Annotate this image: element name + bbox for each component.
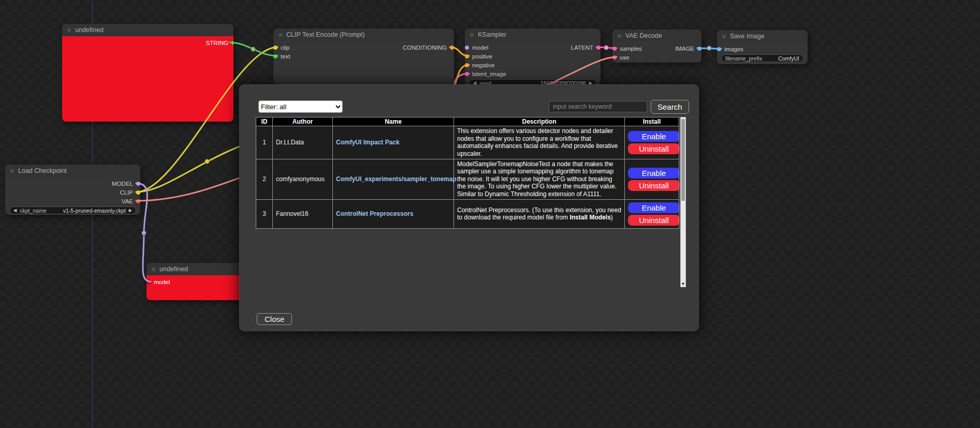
- input-label-vae: vae: [620, 54, 630, 61]
- cell-description: This extension offers various detector n…: [454, 126, 625, 159]
- collapse-dot-icon[interactable]: [278, 33, 283, 37]
- node-vae-decode[interactable]: VAE Decode samples IMAGE vae: [612, 29, 701, 63]
- input-dot-samples[interactable]: [612, 47, 617, 51]
- input-dot-negative[interactable]: [465, 63, 469, 67]
- input-label-negative: negative: [472, 62, 494, 68]
- node-load-checkpoint[interactable]: Load Checkpoint MODEL CLIP VAE: [5, 165, 140, 215]
- input-label-text: text: [281, 53, 290, 60]
- input-dot-model[interactable]: [465, 46, 469, 50]
- node-save-image[interactable]: Save Image images filename_prefix ComfyU…: [717, 30, 808, 64]
- increment-arrow-icon[interactable]: ▶: [129, 209, 132, 213]
- extension-link[interactable]: ComfyUI_experiments/sampler_tonemap: [336, 175, 457, 183]
- uninstall-button[interactable]: Uninstall: [628, 143, 680, 154]
- enable-button[interactable]: Enable: [628, 131, 680, 142]
- extension-link[interactable]: ComfyUI Impact Pack: [336, 139, 400, 146]
- extension-table: ID Author Name Description Install 1 Dr.…: [256, 117, 679, 229]
- cell-install: Enable Uninstall: [625, 126, 679, 159]
- scrollbar-thumb[interactable]: [681, 119, 685, 201]
- decrement-arrow-icon[interactable]: ◀: [13, 209, 17, 213]
- cell-description: ModelSamplerTonemapNoiseTest a node that…: [454, 159, 625, 199]
- node-title-bar[interactable]: CLIP Text Encode (Prompt): [273, 28, 454, 41]
- cell-id: 1: [256, 126, 273, 159]
- output-dot-model[interactable]: [136, 182, 140, 186]
- collapse-dot-icon[interactable]: [151, 267, 156, 272]
- collapse-dot-icon[interactable]: [67, 28, 71, 33]
- input-dot-positive[interactable]: [465, 54, 469, 58]
- output-label-vae: VAE: [122, 198, 133, 204]
- node-title-bar[interactable]: VAE Decode: [612, 29, 701, 42]
- node-title: CLIP Text Encode (Prompt): [286, 31, 365, 38]
- link-midpoint-dot: [142, 231, 147, 235]
- table-header-row: ID Author Name Description Install: [256, 117, 679, 126]
- enable-button[interactable]: Enable: [628, 168, 680, 179]
- cell-install: Enable Uninstall: [625, 199, 679, 228]
- collapse-dot-icon[interactable]: [470, 33, 474, 37]
- column-header-id: ID: [256, 117, 273, 126]
- output-label-model: MODEL: [112, 181, 133, 187]
- node-ksampler[interactable]: KSampler model LATENT positive: [465, 28, 601, 86]
- input-dot-vae[interactable]: [612, 55, 617, 60]
- column-header-description: Description: [454, 117, 625, 126]
- extension-row: 2 comfyanonymous ComfyUI_experiments/sam…: [256, 159, 679, 199]
- wire-string-to-text: [229, 42, 277, 56]
- scroll-down-arrow-icon[interactable]: ▼: [681, 281, 685, 287]
- node-title: VAE Decode: [625, 32, 662, 39]
- column-header-name: Name: [333, 117, 454, 126]
- output-dot-clip[interactable]: [136, 190, 140, 195]
- search-button[interactable]: Search: [651, 100, 689, 114]
- cell-id: 2: [256, 159, 273, 199]
- filter-select[interactable]: Filter: all: [258, 100, 343, 113]
- input-label-model: model: [154, 279, 170, 285]
- table-scrollbar[interactable]: ▼: [680, 117, 686, 287]
- output-label-conditioning: CONDITIONING: [403, 45, 447, 51]
- node-title-bar[interactable]: KSampler: [465, 28, 601, 41]
- node-title: Load Checkpoint: [18, 167, 67, 174]
- node-title: undefined: [159, 265, 188, 273]
- input-label-samples: samples: [620, 46, 642, 52]
- link-midpoint-dot: [251, 47, 256, 52]
- input-label-clip: clip: [281, 45, 289, 51]
- collapse-dot-icon[interactable]: [10, 169, 14, 173]
- collapse-dot-icon[interactable]: [722, 34, 726, 39]
- input-label-images: images: [724, 46, 743, 52]
- uninstall-button[interactable]: Uninstall: [628, 215, 680, 226]
- ckpt-name-value: v1-5-pruned-emaonly.ckpt: [63, 208, 126, 214]
- node-clip-text-encode[interactable]: CLIP Text Encode (Prompt) clip CONDITION…: [273, 28, 454, 84]
- search-input[interactable]: [549, 101, 647, 112]
- node-title: Save Image: [730, 33, 765, 40]
- input-dot-images[interactable]: [717, 47, 721, 51]
- filename-prefix-value: ComfyUI: [778, 55, 799, 62]
- node-graph-canvas[interactable]: undefined STRING CLIP Text Encode (Promp…: [0, 0, 980, 428]
- output-dot-string[interactable]: [231, 41, 233, 45]
- node-title: KSampler: [478, 31, 506, 38]
- node-title-bar[interactable]: Load Checkpoint: [5, 165, 140, 177]
- input-dot-latent-image[interactable]: [465, 72, 469, 76]
- ckpt-name-label: ckpt_name: [20, 208, 46, 214]
- cell-author: Fannovel16: [273, 199, 333, 228]
- input-label-latent-image: latent_image: [472, 71, 506, 77]
- input-dot-clip[interactable]: [273, 46, 277, 50]
- input-dot-text[interactable]: [273, 54, 277, 58]
- output-dot-image[interactable]: [697, 47, 701, 51]
- extension-link[interactable]: ControlNet Preprocessors: [336, 210, 413, 217]
- filename-prefix-widget[interactable]: filename_prefix ComfyUI: [721, 54, 803, 62]
- collapse-dot-icon[interactable]: [617, 34, 622, 38]
- cell-author: Dr.Lt.Data: [273, 126, 333, 159]
- output-dot-conditioning[interactable]: [450, 46, 454, 50]
- extension-row: 1 Dr.Lt.Data ComfyUI Impact Pack This ex…: [256, 126, 679, 159]
- cell-author: comfyanonymous: [273, 159, 333, 199]
- node-title-bar[interactable]: undefined: [62, 24, 233, 36]
- extension-manager-dialog: Filter: all Search ID Author Name Descri…: [239, 84, 699, 331]
- node-title-bar[interactable]: Save Image: [717, 30, 808, 42]
- output-dot-latent[interactable]: [596, 46, 601, 50]
- cell-description: ControlNet Preprocessors. (To use this e…: [454, 199, 625, 228]
- input-dot-model[interactable]: [147, 280, 151, 284]
- input-label-model: model: [472, 45, 488, 51]
- close-button[interactable]: Close: [257, 313, 292, 325]
- link-midpoint-dot: [707, 46, 712, 51]
- node-undefined-top[interactable]: undefined STRING: [62, 24, 233, 122]
- uninstall-button[interactable]: Uninstall: [628, 180, 680, 191]
- enable-button[interactable]: Enable: [628, 202, 680, 213]
- ckpt-name-widget[interactable]: ◀ ckpt_name v1-5-pruned-emaonly.ckpt ▶: [9, 206, 136, 214]
- output-dot-vae[interactable]: [136, 199, 140, 203]
